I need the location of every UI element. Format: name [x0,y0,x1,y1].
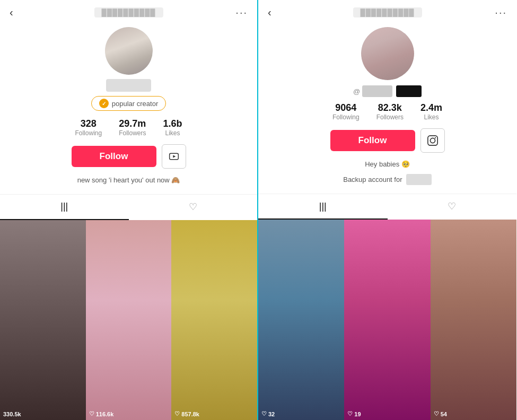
right-followers-label: Followers [376,113,404,121]
right-action-row: Follow [330,128,445,153]
popular-creator-badge: ✓ popular creator [91,96,166,111]
left-video-2[interactable]: ♡ 116.6k [86,220,172,421]
left-likes-value: 1.6b [163,118,182,129]
left-followers-label: Followers [119,129,146,137]
left-more-button[interactable]: ··· [235,6,248,19]
right-bio-line1: Hey babies 🥺 [349,159,426,170]
left-stats-row: 328 Following 29.7m Followers 1.6b Likes [75,118,182,137]
left-header: ‹ ██████████ ··· [0,0,257,22]
svg-point-3 [430,138,435,143]
svg-rect-2 [427,136,437,145]
right-header: ‹ ██████████ ··· [258,0,516,22]
right-following-stat: 9064 Following [332,102,360,121]
right-handle-row: @ [353,85,422,97]
right-tab-heart[interactable]: ♡ [388,194,517,220]
left-tabs-row: ||| ♡ [0,194,257,220]
right-video-1[interactable]: ♡ 32 [258,220,344,420]
right-following-value: 9064 [335,102,356,113]
badge-label: popular creator [112,100,158,108]
left-header-username: ██████████ [94,7,163,18]
right-follow-button[interactable]: Follow [330,130,415,151]
left-video-2-likes: ♡ 116.6k [89,410,114,417]
right-video-2[interactable]: ♡ 19 [344,220,430,420]
right-more-button[interactable]: ··· [495,6,507,19]
right-video-1-likes: ♡ 32 [261,410,275,417]
right-panel: ‹ ██████████ ··· @ 9064 Following 82.3k … [258,0,516,420]
right-likes-label: Likes [424,113,439,121]
left-followers-stat: 29.7m Followers [119,118,146,137]
left-follow-button[interactable]: Follow [72,146,156,167]
right-following-label: Following [332,113,360,121]
right-at-symbol: @ [353,88,360,95]
right-tabs-row: ||| ♡ [258,194,516,220]
left-likes-label: Likes [165,129,180,137]
right-profile-section: @ 9064 Following 82.3k Followers 2.4m Li… [258,22,516,189]
left-video-grid: 330.5k ♡ 116.6k ♡ 857.8k [0,220,257,421]
left-video-1[interactable]: 330.5k [0,220,86,421]
right-followers-value: 82.3k [378,102,402,113]
left-video-1-likes: 330.5k [3,411,21,417]
right-avatar [361,27,414,80]
svg-marker-1 [173,155,176,158]
left-username-blur [106,79,151,92]
left-video-3[interactable]: ♡ 857.8k [171,220,257,421]
right-bio-line2: Backup account for [327,174,448,186]
right-likes-stat: 2.4m Likes [420,102,442,121]
left-tab-heart[interactable]: ♡ [129,195,258,220]
left-profile-section: ✓ popular creator 328 Following 29.7m Fo… [0,22,257,190]
right-back-button[interactable]: ‹ [268,6,271,19]
right-instagram-button[interactable] [420,128,445,153]
left-bio: new song 'i heart you' out now 🙈 [62,175,196,186]
left-followers-value: 29.7m [119,118,146,129]
right-handle-blur [362,85,392,97]
left-back-button[interactable]: ‹ [10,6,13,19]
left-following-stat: 328 Following [75,118,102,137]
right-tab-grid[interactable]: ||| [258,194,388,220]
left-panel: ‹ ██████████ ··· ✓ popular creator 328 F… [0,0,258,420]
left-following-value: 328 [81,118,97,129]
right-video-2-likes: ♡ 19 [347,410,361,417]
right-handle-dark [396,85,422,97]
right-video-grid: ♡ 32 ♡ 19 ♡ 54 [258,220,516,420]
left-action-row: Follow [72,144,186,169]
left-tab-grid[interactable]: ||| [0,195,129,220]
right-stats-row: 9064 Following 82.3k Followers 2.4m Like… [332,102,442,121]
right-followers-stat: 82.3k Followers [376,102,404,121]
left-avatar [105,27,153,75]
right-likes-value: 2.4m [420,102,442,113]
left-likes-stat: 1.6b Likes [163,118,182,137]
badge-check-icon: ✓ [99,99,109,108]
svg-point-4 [434,137,435,138]
left-youtube-button[interactable] [162,144,186,169]
left-video-3-likes: ♡ 857.8k [174,410,199,417]
right-header-username: ██████████ [353,7,422,18]
left-following-label: Following [75,129,102,137]
right-video-3[interactable]: ♡ 54 [431,220,516,420]
right-video-3-likes: ♡ 54 [434,410,447,417]
